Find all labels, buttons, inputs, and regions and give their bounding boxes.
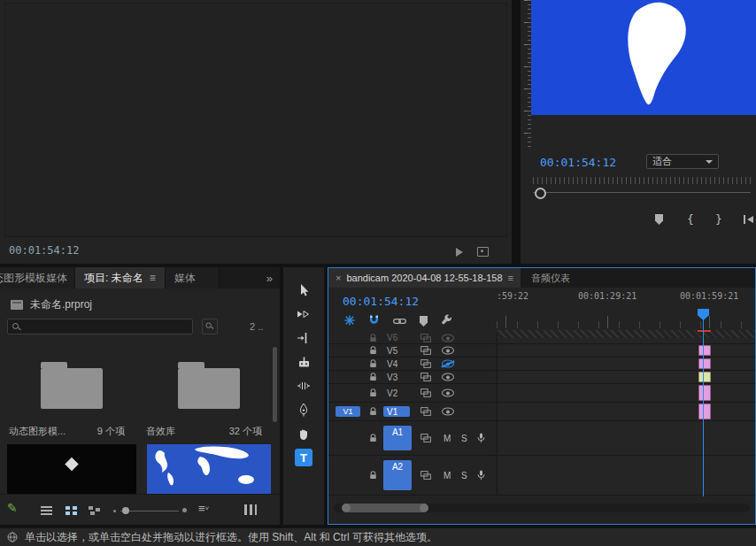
track-target-a1[interactable]: A1 [383, 426, 412, 450]
lock-icon[interactable] [369, 471, 377, 480]
timeline-settings-wrench-icon[interactable] [441, 313, 452, 329]
mark-out-icon[interactable]: } [715, 212, 722, 226]
list-item[interactable]: 动态图形模... 9 个项 [7, 345, 135, 438]
program-scrubber[interactable] [533, 177, 751, 204]
tab-motion-graphics-templates[interactable]: 态图形模板媒体 [0, 267, 75, 288]
timeline-clip[interactable] [698, 358, 711, 369]
track-lane-a2[interactable] [498, 456, 755, 495]
solo-toggle[interactable]: S [461, 434, 467, 443]
scrubber-playhead-handle[interactable] [535, 188, 546, 199]
sync-lock-icon[interactable] [420, 346, 431, 355]
close-icon[interactable]: × [336, 273, 341, 283]
source-patch-v1[interactable]: V1 [336, 406, 360, 417]
zoom-level-select[interactable]: 适合 [646, 154, 719, 169]
sync-lock-icon[interactable] [420, 359, 431, 368]
track-target-v1[interactable]: V1 [383, 406, 410, 417]
track-output-toggle-icon[interactable] [442, 389, 454, 397]
track-output-toggle-icon[interactable] [442, 373, 454, 381]
lock-icon[interactable] [369, 388, 377, 397]
track-output-toggle-icon[interactable] [442, 408, 454, 416]
sort-icon[interactable]: ≡˅ [198, 503, 209, 514]
mark-in-icon[interactable]: { [687, 212, 694, 226]
timeline-clip[interactable] [698, 385, 711, 401]
play-icon[interactable] [456, 248, 463, 257]
playhead-line[interactable] [703, 319, 704, 496]
selection-tool[interactable] [295, 281, 312, 299]
track-target-v3[interactable]: V3 [383, 372, 410, 382]
track-target-a2[interactable]: A2 [383, 460, 412, 490]
track-select-forward-tool[interactable] [295, 305, 312, 323]
track-lane-v4[interactable] [498, 358, 755, 370]
tab-audio-meters[interactable]: 音频仪表 [521, 268, 581, 288]
sync-lock-icon[interactable] [420, 407, 431, 416]
lock-icon[interactable] [369, 434, 377, 442]
vertical-scrollbar[interactable] [273, 347, 277, 422]
lock-icon[interactable] [369, 334, 377, 342]
track-output-toggle-icon[interactable] [442, 347, 454, 355]
solo-toggle[interactable]: S [461, 471, 467, 481]
linked-selection-icon[interactable] [393, 313, 406, 329]
snap-magnet-icon[interactable] [368, 313, 380, 329]
lock-icon[interactable] [369, 359, 377, 368]
freeform-view-icon[interactable] [89, 506, 100, 515]
project-file-row[interactable]: 未命名.prproj [11, 297, 92, 311]
project-writable-icon[interactable]: ✎ [7, 502, 18, 514]
tab-project[interactable]: 项目: 未命名 ≡ [75, 267, 166, 288]
tab-overflow-chevrons[interactable]: » [259, 267, 280, 288]
timeline-clip[interactable] [698, 404, 711, 419]
zoom-slider-handle[interactable] [122, 507, 129, 514]
list-view-icon[interactable] [41, 506, 52, 515]
clip-thumbnail-worldmap[interactable] [147, 444, 271, 494]
track-target-v2[interactable]: V2 [383, 388, 410, 398]
filter-bin-icon[interactable] [202, 319, 218, 335]
tab-sequence[interactable]: × bandicam 2020-04-08 12-55-18-158 ≡ [328, 268, 521, 288]
automate-to-sequence-icon[interactable] [244, 504, 257, 515]
lock-icon[interactable] [369, 407, 377, 416]
track-lane-v2[interactable] [498, 384, 755, 402]
export-frame-icon[interactable] [477, 247, 489, 257]
add-marker-icon[interactable] [420, 316, 428, 327]
track-lane-v1[interactable] [498, 403, 755, 420]
razor-tool[interactable] [295, 353, 312, 371]
search-input[interactable] [24, 319, 191, 335]
track-lane-a1[interactable] [498, 421, 755, 455]
go-to-in-icon[interactable] [744, 215, 754, 224]
panel-menu-icon[interactable]: ≡ [508, 273, 513, 283]
track-target-v5[interactable]: V5 [383, 345, 410, 356]
track-target-v6[interactable]: V6 [383, 333, 410, 343]
mute-toggle[interactable]: M [444, 471, 451, 481]
search-box[interactable] [7, 319, 193, 335]
track-output-toggle-icon[interactable] [442, 334, 454, 342]
horizontal-scrollbar[interactable] [334, 504, 750, 512]
pen-tool[interactable] [295, 401, 312, 419]
panel-menu-icon[interactable]: ≡ [150, 272, 156, 284]
sync-lock-icon[interactable] [420, 434, 431, 442]
icon-view-icon[interactable] [66, 506, 77, 515]
time-ruler[interactable]: :59:22 00:01:29:21 00:01:59:21 [497, 289, 755, 330]
hand-tool[interactable] [295, 425, 312, 442]
voiceover-record-icon[interactable] [477, 470, 485, 481]
sync-lock-icon[interactable] [420, 471, 431, 480]
slip-tool[interactable] [295, 377, 312, 395]
sync-lock-icon[interactable] [420, 373, 431, 381]
clip-thumbnail-dark[interactable] [7, 444, 136, 494]
track-lane-v3[interactable] [498, 371, 755, 383]
lock-icon[interactable] [369, 346, 377, 355]
tab-media-browser[interactable]: 媒体 [166, 267, 220, 288]
sync-lock-icon[interactable] [420, 388, 431, 397]
nest-insert-icon[interactable] [344, 313, 355, 329]
mute-toggle[interactable]: M [444, 434, 451, 443]
sync-lock-icon[interactable] [420, 334, 431, 342]
lock-icon[interactable] [369, 373, 377, 381]
type-tool[interactable]: T [295, 449, 312, 466]
timeline-clip[interactable] [698, 372, 711, 382]
list-item[interactable]: 音效库 32 个项 [144, 345, 273, 438]
ripple-edit-tool[interactable] [295, 329, 312, 347]
timeline-clip[interactable] [698, 345, 711, 356]
track-target-v4[interactable]: V4 [383, 358, 410, 369]
voiceover-record-icon[interactable] [477, 433, 485, 443]
scrollbar-handle[interactable] [343, 504, 428, 512]
track-lane-v5[interactable] [498, 344, 755, 357]
track-output-off-icon[interactable] [442, 360, 454, 368]
add-marker-icon[interactable] [655, 214, 663, 225]
